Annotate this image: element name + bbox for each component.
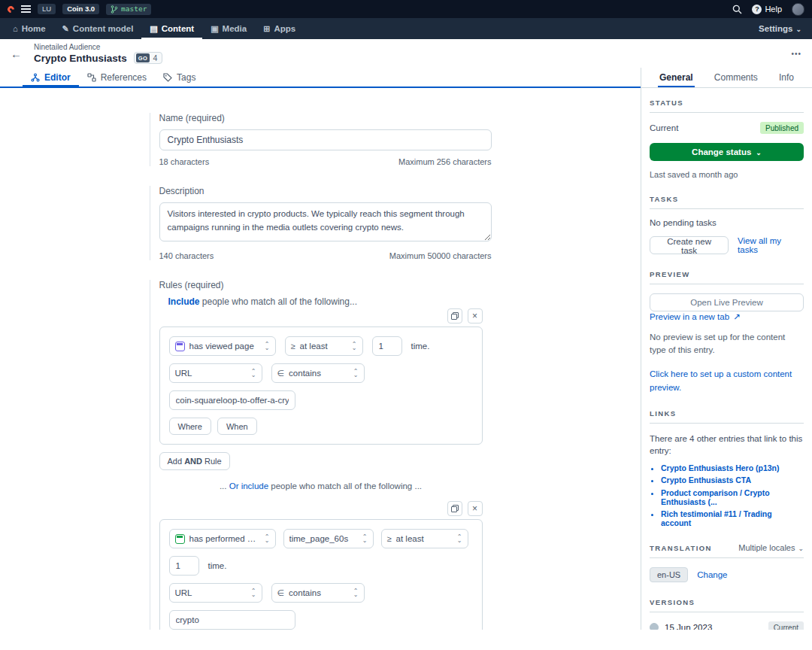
- locale-chip[interactable]: en-US: [650, 567, 688, 582]
- list-item: Product comparison / Crypto Enthusiasts …: [661, 488, 804, 506]
- tab-editor[interactable]: Editor: [23, 68, 79, 87]
- editor-tabs: Editor References Tags: [0, 68, 641, 88]
- translation-section: TRANSLATION Multiple locales en-US Chang…: [650, 543, 804, 582]
- name-char-count: 18 characters: [159, 157, 210, 166]
- when-button[interactable]: When: [217, 418, 257, 435]
- version-date: 15 Jun 2023: [665, 623, 712, 630]
- duplicate-rule-button[interactable]: [447, 308, 462, 323]
- change-locale-link[interactable]: Change: [697, 570, 727, 579]
- delete-rule-button[interactable]: ×: [468, 501, 483, 516]
- top-bar: LU Coin 3.0 master ? Help: [0, 0, 812, 18]
- nav-apps[interactable]: ⊞ Apps: [255, 18, 304, 39]
- nav-content[interactable]: ▤ Content: [141, 18, 202, 39]
- operator-select[interactable]: ∈ contains: [271, 583, 365, 603]
- close-icon: ×: [472, 504, 477, 513]
- linked-entry-link[interactable]: Rich testimonial #11 / Trading account: [661, 509, 772, 527]
- count-input[interactable]: [169, 556, 199, 576]
- content-icon: ▤: [150, 25, 157, 33]
- help-icon: ?: [752, 5, 762, 14]
- event-type-select[interactable]: has performed eve...: [169, 529, 276, 548]
- event-name-value: time_page_60s: [289, 534, 358, 543]
- qualifier-select[interactable]: ≥ at least: [381, 529, 468, 548]
- event-type-value: has performed eve...: [189, 534, 260, 543]
- sidebar-body: STATUS Current Published Change status L…: [641, 88, 812, 630]
- tab-comments[interactable]: Comments: [713, 68, 759, 87]
- preview-section: PREVIEW Open Live Preview Preview in a n…: [650, 270, 804, 393]
- match-value-input[interactable]: [169, 390, 295, 410]
- nav-settings[interactable]: Settings: [753, 18, 807, 39]
- rule-card-1: has viewed page ≥ at least time.: [159, 327, 483, 445]
- locales-selector[interactable]: Multiple locales: [738, 543, 804, 552]
- add-and-rule-button[interactable]: Add AND Rule: [159, 452, 230, 470]
- field-select[interactable]: URL: [169, 363, 262, 383]
- change-status-button[interactable]: Change status: [650, 143, 804, 161]
- operator-select[interactable]: ∈ contains: [271, 363, 365, 383]
- linked-entry-link[interactable]: Crypto Enthusiasts CTA: [661, 475, 751, 484]
- references-icon: [87, 73, 96, 82]
- search-icon[interactable]: [732, 5, 742, 14]
- branch-selector[interactable]: master: [106, 4, 151, 15]
- help-button[interactable]: ? Help: [752, 5, 782, 14]
- org-badge[interactable]: LU: [38, 4, 56, 14]
- nav-home[interactable]: ⌂ Home: [5, 18, 54, 39]
- delete-rule-button[interactable]: ×: [468, 308, 483, 323]
- or-rest: people who match all of the following ..…: [268, 481, 422, 491]
- duplicate-rule-button[interactable]: [447, 501, 462, 516]
- linked-entry-link[interactable]: Product comparison / Crypto Enthusiasts …: [661, 488, 770, 506]
- tasks-header: TASKS: [650, 195, 679, 203]
- description-textarea[interactable]: Visitors interested in crypto products. …: [159, 202, 492, 241]
- hamburger-menu-icon[interactable]: [21, 5, 31, 13]
- nav-media[interactable]: ▣ Media: [202, 18, 255, 39]
- operator-value: contains: [289, 369, 349, 378]
- space-name[interactable]: Coin 3.0: [62, 4, 99, 14]
- tab-editor-label: Editor: [44, 72, 71, 83]
- event-type-select[interactable]: has viewed page: [169, 336, 276, 356]
- select-caret-icon: [353, 589, 359, 597]
- contentful-logo-icon[interactable]: [6, 5, 16, 14]
- select-caret-icon: [353, 369, 359, 377]
- tab-references[interactable]: References: [79, 68, 155, 87]
- setup-preview-link[interactable]: Click here to set up a custom content pr…: [650, 369, 792, 392]
- name-input[interactable]: [159, 129, 492, 150]
- event-name-select[interactable]: time_page_60s: [283, 529, 374, 548]
- preview-new-tab-link[interactable]: Preview in a new tab: [650, 312, 729, 321]
- tab-tags-label: Tags: [177, 72, 195, 83]
- entry-fields-scroll[interactable]: Name (required) 18 characters Maximum 25…: [0, 88, 641, 630]
- tab-info[interactable]: Info: [777, 68, 795, 87]
- select-caret-icon: [362, 535, 368, 542]
- page-view-icon: [175, 342, 185, 351]
- tab-tags[interactable]: Tags: [155, 68, 204, 87]
- back-button[interactable]: ←: [11, 48, 22, 59]
- description-char-max: Maximum 50000 characters: [389, 251, 492, 260]
- gte-icon: ≥: [387, 534, 392, 543]
- chevron-down-icon: [756, 147, 762, 156]
- tab-general[interactable]: General: [658, 68, 695, 87]
- field-select[interactable]: URL: [169, 583, 262, 603]
- select-caret-icon: [251, 369, 256, 377]
- nav-apps-label: Apps: [274, 24, 295, 33]
- view-tasks-link[interactable]: View all my tasks: [738, 236, 804, 254]
- field-description: Description Visitors interested in crypt…: [150, 186, 492, 260]
- rule-card-2-tools: ×: [159, 501, 483, 516]
- linked-entries-list: Crypto Enthusiasts Hero (p13n) Crypto En…: [650, 463, 804, 528]
- close-icon: ×: [472, 311, 477, 320]
- entry-actions-menu-icon[interactable]: •••: [791, 50, 801, 58]
- count-input[interactable]: [372, 336, 402, 356]
- qualifier-select[interactable]: ≥ at least: [285, 336, 363, 356]
- event-type-value: has viewed page: [189, 342, 260, 351]
- version-radio[interactable]: [650, 623, 659, 630]
- open-live-preview-button[interactable]: Open Live Preview: [650, 293, 804, 311]
- create-task-button[interactable]: Create new task: [650, 236, 729, 254]
- status-badge: Published: [760, 122, 804, 134]
- where-button[interactable]: Where: [169, 418, 211, 435]
- match-value-input[interactable]: [169, 610, 295, 630]
- entry-badge[interactable]: GO 4: [134, 52, 163, 64]
- tab-references-label: References: [101, 72, 147, 83]
- linked-entry-link[interactable]: Crypto Enthusiasts Hero (p13n): [661, 463, 780, 472]
- no-preview-text: No preview is set up for the content typ…: [650, 331, 804, 357]
- field-value: URL: [175, 588, 247, 597]
- select-caret-icon: [251, 589, 256, 597]
- nav-content-model[interactable]: ✎ Content model: [54, 18, 142, 39]
- avatar[interactable]: [792, 3, 804, 16]
- or-include-separator: ... Or include people who match all of t…: [159, 481, 483, 491]
